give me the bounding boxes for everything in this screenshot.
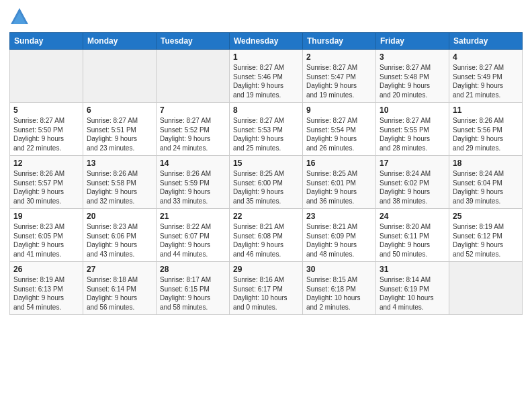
day-info: Sunrise: 8:23 AM Sunset: 6:05 PM Dayligh…	[13, 222, 79, 259]
day-info: Sunrise: 8:18 AM Sunset: 6:14 PM Dayligh…	[87, 275, 152, 312]
day-number: 30	[306, 265, 372, 274]
day-number: 13	[87, 158, 152, 168]
calendar-cell: 20Sunrise: 8:23 AM Sunset: 6:06 PM Dayli…	[83, 209, 157, 262]
day-number: 7	[160, 105, 226, 115]
weekday-header-tuesday: Tuesday	[157, 33, 230, 50]
calendar-cell: 5Sunrise: 8:27 AM Sunset: 5:50 PM Daylig…	[10, 103, 83, 156]
day-info: Sunrise: 8:27 AM Sunset: 5:53 PM Dayligh…	[233, 116, 299, 152]
day-number: 11	[453, 105, 519, 115]
day-info: Sunrise: 8:27 AM Sunset: 5:52 PM Dayligh…	[160, 116, 226, 152]
calendar-cell: 12Sunrise: 8:26 AM Sunset: 5:57 PM Dayli…	[10, 156, 83, 209]
calendar-cell: 11Sunrise: 8:26 AM Sunset: 5:56 PM Dayli…	[449, 103, 523, 156]
weekday-header-sunday: Sunday	[10, 33, 83, 50]
day-number: 12	[13, 158, 79, 168]
calendar-cell: 25Sunrise: 8:19 AM Sunset: 6:12 PM Dayli…	[449, 209, 523, 262]
day-number: 27	[87, 265, 152, 274]
day-number: 21	[160, 212, 226, 221]
day-number: 15	[233, 158, 299, 168]
week-row-1: 5Sunrise: 8:27 AM Sunset: 5:50 PM Daylig…	[10, 103, 523, 156]
day-number: 20	[87, 212, 152, 221]
day-info: Sunrise: 8:14 AM Sunset: 6:19 PM Dayligh…	[380, 275, 445, 312]
day-info: Sunrise: 8:21 AM Sunset: 6:09 PM Dayligh…	[306, 222, 372, 259]
calendar-cell	[83, 50, 157, 103]
day-info: Sunrise: 8:27 AM Sunset: 5:55 PM Dayligh…	[380, 116, 445, 152]
week-row-2: 12Sunrise: 8:26 AM Sunset: 5:57 PM Dayli…	[10, 156, 523, 209]
day-number: 18	[453, 158, 519, 168]
calendar-cell: 14Sunrise: 8:26 AM Sunset: 5:59 PM Dayli…	[157, 156, 230, 209]
calendar-cell: 2Sunrise: 8:27 AM Sunset: 5:47 PM Daylig…	[303, 50, 376, 103]
day-number: 14	[160, 158, 226, 168]
day-info: Sunrise: 8:19 AM Sunset: 6:12 PM Dayligh…	[453, 222, 519, 259]
calendar-cell: 3Sunrise: 8:27 AM Sunset: 5:48 PM Daylig…	[376, 50, 449, 103]
weekday-header-monday: Monday	[83, 33, 157, 50]
day-info: Sunrise: 8:27 AM Sunset: 5:48 PM Dayligh…	[380, 63, 445, 99]
day-info: Sunrise: 8:15 AM Sunset: 6:18 PM Dayligh…	[306, 275, 372, 312]
calendar-table: SundayMondayTuesdayWednesdayThursdayFrid…	[9, 32, 523, 315]
week-row-3: 19Sunrise: 8:23 AM Sunset: 6:05 PM Dayli…	[10, 209, 523, 262]
day-info: Sunrise: 8:21 AM Sunset: 6:08 PM Dayligh…	[233, 222, 299, 259]
day-number: 26	[13, 265, 79, 274]
calendar-cell: 13Sunrise: 8:26 AM Sunset: 5:58 PM Dayli…	[83, 156, 157, 209]
day-number: 1	[233, 52, 299, 62]
calendar-cell: 21Sunrise: 8:22 AM Sunset: 6:07 PM Dayli…	[157, 209, 230, 262]
calendar-cell: 16Sunrise: 8:25 AM Sunset: 6:01 PM Dayli…	[303, 156, 376, 209]
calendar-cell: 23Sunrise: 8:21 AM Sunset: 6:09 PM Dayli…	[303, 209, 376, 262]
day-info: Sunrise: 8:26 AM Sunset: 5:56 PM Dayligh…	[453, 116, 519, 152]
calendar-cell: 15Sunrise: 8:25 AM Sunset: 6:00 PM Dayli…	[230, 156, 303, 209]
logo	[9, 7, 32, 27]
calendar-cell: 10Sunrise: 8:27 AM Sunset: 5:55 PM Dayli…	[376, 103, 449, 156]
calendar-cell: 27Sunrise: 8:18 AM Sunset: 6:14 PM Dayli…	[83, 262, 157, 315]
calendar-cell	[10, 50, 83, 103]
week-row-4: 26Sunrise: 8:19 AM Sunset: 6:13 PM Dayli…	[10, 262, 523, 315]
calendar-cell: 19Sunrise: 8:23 AM Sunset: 6:05 PM Dayli…	[10, 209, 83, 262]
day-info: Sunrise: 8:22 AM Sunset: 6:07 PM Dayligh…	[160, 222, 226, 259]
calendar-cell: 24Sunrise: 8:20 AM Sunset: 6:11 PM Dayli…	[376, 209, 449, 262]
calendar-cell: 26Sunrise: 8:19 AM Sunset: 6:13 PM Dayli…	[10, 262, 83, 315]
day-info: Sunrise: 8:17 AM Sunset: 6:15 PM Dayligh…	[160, 275, 226, 312]
day-number: 2	[306, 52, 372, 62]
header	[9, 7, 523, 27]
day-info: Sunrise: 8:19 AM Sunset: 6:13 PM Dayligh…	[13, 275, 79, 312]
weekday-header-thursday: Thursday	[303, 33, 376, 50]
day-info: Sunrise: 8:25 AM Sunset: 6:00 PM Dayligh…	[233, 169, 299, 205]
calendar-cell: 28Sunrise: 8:17 AM Sunset: 6:15 PM Dayli…	[157, 262, 230, 315]
calendar-cell: 18Sunrise: 8:24 AM Sunset: 6:04 PM Dayli…	[449, 156, 523, 209]
day-info: Sunrise: 8:27 AM Sunset: 5:50 PM Dayligh…	[13, 116, 79, 152]
day-info: Sunrise: 8:27 AM Sunset: 5:54 PM Dayligh…	[306, 116, 372, 152]
day-info: Sunrise: 8:23 AM Sunset: 6:06 PM Dayligh…	[87, 222, 152, 259]
day-number: 24	[380, 212, 445, 221]
calendar-cell	[449, 262, 523, 315]
weekday-header-saturday: Saturday	[449, 33, 523, 50]
week-row-0: 1Sunrise: 8:27 AM Sunset: 5:46 PM Daylig…	[10, 50, 523, 103]
day-info: Sunrise: 8:27 AM Sunset: 5:51 PM Dayligh…	[87, 116, 152, 152]
day-number: 8	[233, 105, 299, 115]
weekday-header-row: SundayMondayTuesdayWednesdayThursdayFrid…	[10, 33, 523, 50]
day-number: 22	[233, 212, 299, 221]
day-number: 25	[453, 212, 519, 221]
calendar-cell: 6Sunrise: 8:27 AM Sunset: 5:51 PM Daylig…	[83, 103, 157, 156]
day-info: Sunrise: 8:26 AM Sunset: 5:57 PM Dayligh…	[13, 169, 79, 205]
day-info: Sunrise: 8:24 AM Sunset: 6:02 PM Dayligh…	[380, 169, 445, 205]
day-info: Sunrise: 8:26 AM Sunset: 5:58 PM Dayligh…	[87, 169, 152, 205]
day-info: Sunrise: 8:27 AM Sunset: 5:49 PM Dayligh…	[453, 63, 519, 99]
day-info: Sunrise: 8:24 AM Sunset: 6:04 PM Dayligh…	[453, 169, 519, 205]
day-number: 9	[306, 105, 372, 115]
day-number: 17	[380, 158, 445, 168]
day-number: 19	[13, 212, 79, 221]
day-info: Sunrise: 8:25 AM Sunset: 6:01 PM Dayligh…	[306, 169, 372, 205]
day-number: 28	[160, 265, 226, 274]
calendar-cell: 31Sunrise: 8:14 AM Sunset: 6:19 PM Dayli…	[376, 262, 449, 315]
day-info: Sunrise: 8:26 AM Sunset: 5:59 PM Dayligh…	[160, 169, 226, 205]
calendar-cell: 22Sunrise: 8:21 AM Sunset: 6:08 PM Dayli…	[230, 209, 303, 262]
day-number: 16	[306, 158, 372, 168]
day-number: 10	[380, 105, 445, 115]
day-number: 23	[306, 212, 372, 221]
day-number: 6	[87, 105, 152, 115]
day-number: 3	[380, 52, 445, 62]
logo-icon	[9, 7, 30, 27]
calendar-cell: 7Sunrise: 8:27 AM Sunset: 5:52 PM Daylig…	[157, 103, 230, 156]
day-number: 29	[233, 265, 299, 274]
page: SundayMondayTuesdayWednesdayThursdayFrid…	[0, 0, 532, 411]
day-number: 5	[13, 105, 79, 115]
day-number: 4	[453, 52, 519, 62]
